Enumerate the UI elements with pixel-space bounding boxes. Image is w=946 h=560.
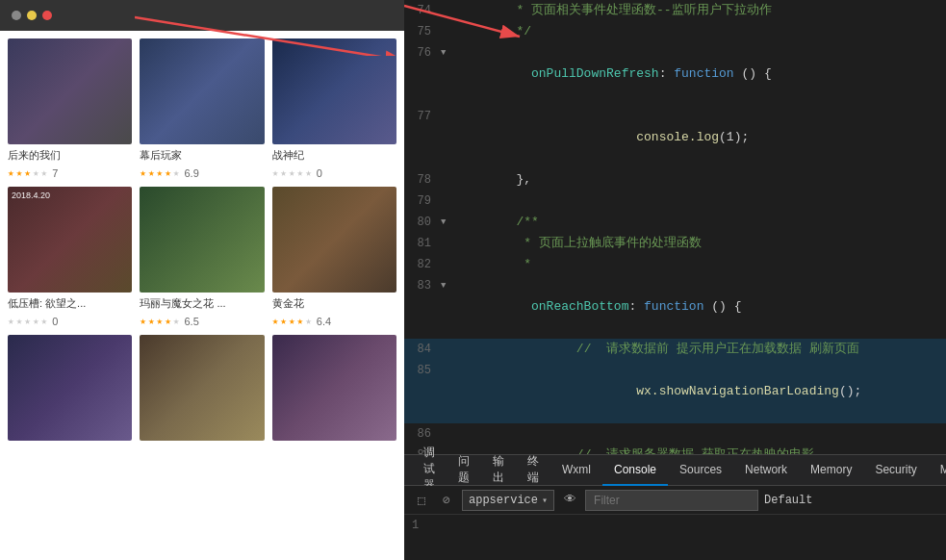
dot-red bbox=[42, 11, 52, 20]
line-content: // 请求服务器数据 获取正在热映的电影 bbox=[456, 445, 946, 454]
star: ★ bbox=[289, 315, 295, 327]
tab-output-label: 输出 bbox=[493, 453, 504, 486]
context-value: appservice bbox=[469, 494, 538, 507]
tab-output[interactable]: 输出 bbox=[481, 455, 516, 486]
code-line-79: 79 bbox=[404, 191, 946, 212]
devtools-panel: 调试器 问题 输出 终端 Wxml Console Sources bbox=[404, 454, 946, 560]
tab-sources[interactable]: Sources bbox=[668, 455, 733, 486]
movie-item[interactable]: 后来的我们 ★ ★ ★ ★ ★ 7 bbox=[8, 38, 132, 179]
movie-item[interactable]: 幕后玩家 ★ ★ ★ ★ ★ 6.9 bbox=[140, 38, 264, 179]
tab-debugger[interactable]: 调试器 bbox=[412, 455, 447, 486]
movie-title: 低压槽: 欲望之... bbox=[8, 296, 132, 311]
code-line-76: 76 ▼ onPullDownRefresh: function () { bbox=[404, 42, 946, 106]
phone-header bbox=[0, 0, 404, 31]
tab-wxml-label: Wxml bbox=[562, 463, 591, 476]
context-select[interactable]: appservice ▾ bbox=[462, 490, 554, 511]
line-content: * 页面相关事件处理函数--监听用户下拉动作 bbox=[456, 0, 946, 21]
star: ★ bbox=[280, 315, 287, 327]
left-panel: 后来的我们 ★ ★ ★ ★ ★ 7 幕后玩家 ★ ★ ★ bbox=[0, 0, 404, 560]
line-number: 81 bbox=[404, 233, 441, 254]
movie-title: 战神纪 bbox=[272, 148, 396, 163]
movie-item[interactable] bbox=[272, 335, 396, 441]
filter-input[interactable] bbox=[585, 490, 758, 511]
tab-memory-label: Memory bbox=[810, 463, 852, 476]
code-line-85: 85 wx.showNavigationBarLoading(); bbox=[404, 360, 946, 423]
movie-item[interactable]: 玛丽与魔女之花 ... ★ ★ ★ ★ ★ 6.5 bbox=[140, 187, 264, 327]
movie-title: 玛丽与魔女之花 ... bbox=[140, 296, 264, 311]
movie-item[interactable] bbox=[8, 335, 132, 441]
star-empty: ★ bbox=[305, 166, 312, 179]
star-empty: ★ bbox=[33, 315, 39, 327]
tab-more[interactable]: M bbox=[929, 455, 946, 486]
cursor-icon[interactable]: ⬚ bbox=[412, 491, 431, 510]
star: ★ bbox=[157, 315, 164, 327]
movie-item[interactable] bbox=[140, 335, 264, 441]
stars-row: ★ ★ ★ ★ ★ 6.9 bbox=[140, 166, 264, 179]
star: ★ bbox=[165, 166, 171, 179]
code-line-74: 74 * 页面相关事件处理函数--监听用户下拉动作 bbox=[404, 0, 946, 21]
star: ★ bbox=[140, 166, 146, 179]
console-line-number: 1 bbox=[412, 519, 419, 532]
stars-row: ★ ★ ★ ★ ★ 0 bbox=[8, 315, 132, 327]
line-number: 74 bbox=[404, 0, 441, 21]
line-number: 84 bbox=[404, 339, 441, 360]
star: ★ bbox=[140, 315, 146, 327]
code-line-78: 78 }, bbox=[404, 169, 946, 191]
movie-item[interactable]: 2018.4.20 低压槽: 欲望之... ★ ★ ★ ★ ★ 0 bbox=[8, 187, 132, 327]
stars-row: ★ ★ ★ ★ ★ 6.5 bbox=[140, 315, 264, 327]
right-panel: 74 * 页面相关事件处理函数--监听用户下拉动作 75 */ 76 ▼ onP… bbox=[404, 0, 946, 560]
line-number: 77 bbox=[404, 106, 441, 127]
line-number: 75 bbox=[404, 21, 441, 42]
line-arrow: ▼ bbox=[441, 42, 456, 64]
tab-security-label: Security bbox=[875, 463, 916, 476]
line-content: onPullDownRefresh: function () { bbox=[456, 42, 946, 106]
code-line-86: 86 bbox=[404, 423, 946, 445]
tab-issues-label: 问题 bbox=[458, 453, 470, 486]
code-line-84: 84 // 请求数据前 提示用户正在加载数据 刷新页面 bbox=[404, 339, 946, 360]
phone-content[interactable]: 后来的我们 ★ ★ ★ ★ ★ 7 幕后玩家 ★ ★ ★ bbox=[0, 31, 404, 560]
block-icon[interactable]: ⊘ bbox=[437, 491, 456, 510]
star-empty: ★ bbox=[33, 166, 39, 179]
line-number: 87 bbox=[404, 445, 441, 454]
code-lines: 74 * 页面相关事件处理函数--监听用户下拉动作 75 */ 76 ▼ onP… bbox=[404, 0, 946, 454]
star: ★ bbox=[157, 166, 164, 179]
star: ★ bbox=[165, 315, 171, 327]
star-empty: ★ bbox=[16, 315, 23, 327]
devtools-tabs[interactable]: 调试器 问题 输出 终端 Wxml Console Sources bbox=[404, 455, 946, 486]
line-content: wx.showNavigationBarLoading(); bbox=[456, 360, 946, 423]
tab-terminal[interactable]: 终端 bbox=[516, 455, 550, 486]
tab-security[interactable]: Security bbox=[863, 455, 928, 486]
code-line-75: 75 */ bbox=[404, 21, 946, 42]
score: 6.9 bbox=[184, 167, 198, 179]
code-line-83: 83 ▼ onReachBottom: function () { bbox=[404, 275, 946, 339]
tab-issues[interactable]: 问题 bbox=[447, 455, 481, 486]
tab-console[interactable]: Console bbox=[602, 455, 668, 486]
line-arrow: ▼ bbox=[441, 212, 456, 233]
poster-date: 2018.4.20 bbox=[12, 191, 50, 200]
eye-icon[interactable]: 👁 bbox=[560, 491, 579, 510]
star-empty: ★ bbox=[297, 166, 304, 179]
default-label: Default bbox=[764, 494, 812, 507]
tab-wxml[interactable]: Wxml bbox=[550, 455, 602, 486]
line-content: * 页面上拉触底事件的处理函数 bbox=[456, 233, 946, 254]
star: ★ bbox=[24, 166, 31, 179]
star-empty: ★ bbox=[8, 315, 14, 327]
console-content[interactable]: 1 bbox=[404, 515, 946, 560]
line-number: 82 bbox=[404, 254, 441, 275]
star-empty: ★ bbox=[305, 315, 312, 327]
line-content: // 请求数据前 提示用户正在加载数据 刷新页面 bbox=[456, 339, 946, 360]
line-number: 83 bbox=[404, 275, 441, 296]
code-line-77: 77 console.log(1); bbox=[404, 106, 946, 169]
movie-item[interactable]: 黄金花 ★ ★ ★ ★ ★ 6.4 bbox=[272, 187, 396, 327]
code-area[interactable]: 74 * 页面相关事件处理函数--监听用户下拉动作 75 */ 76 ▼ onP… bbox=[404, 0, 946, 454]
movie-item[interactable]: 战神纪 ★ ★ ★ ★ ★ 0 bbox=[272, 38, 396, 179]
star: ★ bbox=[16, 166, 23, 179]
line-number: 85 bbox=[404, 360, 441, 381]
tab-memory[interactable]: Memory bbox=[799, 455, 863, 486]
star: ★ bbox=[8, 166, 14, 179]
star-empty: ★ bbox=[280, 166, 287, 179]
star-empty: ★ bbox=[41, 315, 48, 327]
line-number: 79 bbox=[404, 191, 441, 212]
tab-network[interactable]: Network bbox=[733, 455, 799, 486]
movie-title: 黄金花 bbox=[272, 296, 396, 311]
